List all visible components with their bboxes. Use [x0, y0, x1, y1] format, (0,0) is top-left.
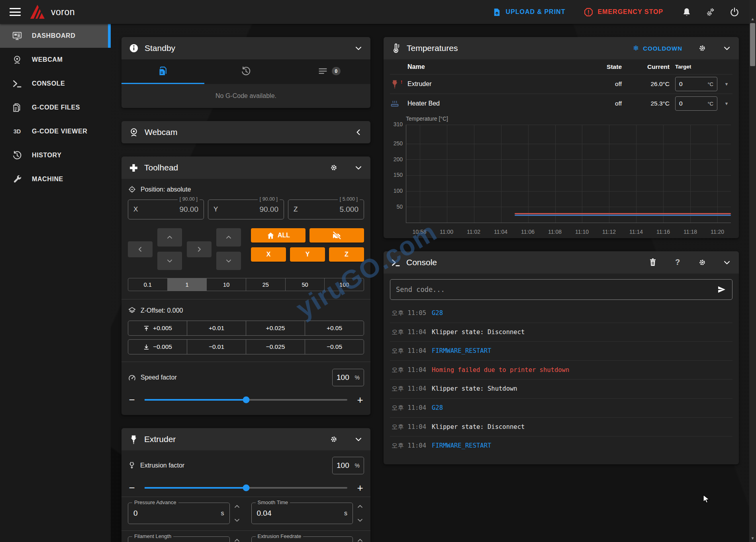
jog-y-plus-button[interactable] [157, 228, 182, 247]
z-offset-up-1-button[interactable]: +0.01 [187, 321, 246, 335]
collapse-chevron-down-icon[interactable] [354, 43, 363, 53]
heater-target-input[interactable]: 0°C [675, 96, 717, 111]
sidebar-item-dashboard[interactable]: DASHBOARD [0, 24, 111, 48]
field-input[interactable]: Pressure Advance0s [128, 503, 230, 524]
jog-x-minus-button[interactable] [128, 241, 153, 257]
stepper-down-icon[interactable] [356, 516, 364, 524]
stepper-down-icon[interactable] [233, 516, 241, 524]
axis-value: 90.00 [259, 205, 278, 214]
speed-factor-slider[interactable] [145, 399, 347, 401]
status-tab-print-queue[interactable]: 0 [288, 59, 370, 84]
move-step-100[interactable]: 100 [324, 278, 364, 291]
stepper-up-icon[interactable] [233, 536, 241, 542]
slider-thumb[interactable] [243, 485, 249, 491]
z-offset-up-2-button[interactable]: +0.025 [246, 321, 305, 335]
sidebar-item-g-code-files[interactable]: G-CODE FILES [0, 96, 111, 119]
x-tick-label: 10:58 [410, 229, 429, 235]
heater-target-input[interactable]: 0°C [675, 77, 717, 91]
field-input[interactable]: Extrusion Feedrate5mm/s [251, 536, 353, 542]
scrollbar-thumb[interactable] [750, 23, 755, 66]
upload-and-print-button[interactable]: UPLOAD & PRINT [492, 8, 565, 17]
console-help-icon[interactable]: ? [673, 258, 682, 267]
stepper-up-icon[interactable] [233, 503, 241, 511]
y-tick-label: 100 [386, 188, 403, 194]
console-entry: 오후 11:04Klipper state: Shutdown [390, 380, 732, 399]
x-tick-label: 11:14 [627, 229, 645, 235]
toolhead-settings-gear-icon[interactable] [329, 163, 339, 172]
axis-x-position-input[interactable]: [ 90.00 ]X90.00 [128, 200, 204, 219]
console-entry: 오후 11:04Klipper state: Disconnect [390, 418, 732, 437]
sidebar-item-label: HISTORY [32, 152, 61, 159]
move-step-50[interactable]: 50 [285, 278, 325, 291]
console-entry-message: Klipper state: Disconnect [432, 329, 525, 336]
home-z-button[interactable]: Z [329, 247, 364, 262]
settings-gears-icon[interactable] [705, 7, 716, 17]
notifications-bell-icon[interactable] [682, 7, 692, 17]
clear-console-trash-icon[interactable] [648, 258, 658, 267]
preset-dropdown-icon[interactable]: ▼ [721, 82, 732, 86]
field-input[interactable]: Filament Length25mm [128, 536, 230, 542]
jog-z-plus-button[interactable] [216, 228, 241, 247]
move-step-25[interactable]: 25 [246, 278, 285, 291]
plus-icon[interactable]: + [356, 484, 364, 492]
jog-y-minus-button[interactable] [157, 252, 182, 270]
z-offset-down-0-button[interactable]: −0.005 [128, 340, 187, 354]
z-offset-down-1-button[interactable]: −0.01 [187, 340, 246, 354]
home-all-button[interactable]: ALL [251, 228, 306, 243]
extrusion-factor-input[interactable]: 100 % [332, 457, 364, 474]
field-input[interactable]: Smooth Time0.04s [251, 503, 353, 524]
move-step-1[interactable]: 1 [167, 278, 207, 291]
nozzle-icon: ! [390, 79, 400, 89]
scrollbar[interactable]: ▲ ▼ [749, 0, 756, 542]
home-y-button[interactable]: Y [290, 247, 325, 262]
collapse-chevron-down-icon[interactable] [354, 163, 363, 172]
position-crosshair-icon [128, 185, 136, 194]
axis-y-position-input[interactable]: [ 90.00 ]Y90.00 [208, 200, 284, 219]
target-unit: °C [707, 81, 713, 87]
z-offset-up-3-button[interactable]: +0.05 [305, 321, 364, 335]
queue-count-badge: 0 [332, 67, 341, 75]
sidebar-item-history[interactable]: HISTORY [0, 143, 111, 167]
z-offset-down-3-button[interactable]: −0.05 [305, 340, 364, 354]
status-tab-reprint-history[interactable] [204, 59, 287, 84]
expand-chevron-left-icon[interactable] [354, 127, 363, 137]
home-x-button[interactable]: X [251, 247, 286, 262]
status-tab-gcode-file[interactable] [121, 59, 204, 84]
hamburger-menu-icon[interactable] [10, 8, 21, 16]
speed-factor-input[interactable]: 100 % [332, 369, 364, 386]
extruder-settings-gear-icon[interactable] [329, 434, 339, 444]
z-offset-down-2-button[interactable]: −0.025 [246, 340, 305, 354]
stepper-up-icon[interactable] [356, 536, 364, 542]
extrusion-factor-slider[interactable] [145, 487, 347, 489]
console-settings-gear-icon[interactable] [697, 258, 707, 267]
minus-icon[interactable]: − [128, 484, 136, 492]
z-offset-up-0-button[interactable]: +0.005 [128, 321, 187, 335]
scroll-down-icon[interactable]: ▼ [749, 536, 756, 540]
temperatures-settings-gear-icon[interactable] [697, 43, 707, 53]
sidebar-item-webcam[interactable]: WEBCAM [0, 48, 111, 72]
collapse-chevron-down-icon[interactable] [722, 258, 732, 267]
collapse-chevron-down-icon[interactable] [354, 434, 363, 444]
stepper-up-icon[interactable] [356, 503, 364, 511]
sidebar-item-console[interactable]: CONSOLE [0, 72, 111, 96]
scroll-up-icon[interactable]: ▲ [749, 17, 756, 21]
axis-z-position-input[interactable]: [ 5.000 ]Z5.000 [288, 200, 364, 219]
cooldown-button[interactable]: ❄ COOLDOWN [633, 45, 682, 52]
jog-z-minus-button[interactable] [216, 252, 241, 270]
sidebar-item-machine[interactable]: MACHINE [0, 167, 111, 191]
jog-x-plus-button[interactable] [187, 241, 212, 257]
plus-icon[interactable]: + [356, 396, 364, 404]
move-step-10[interactable]: 10 [206, 278, 246, 291]
console-entry-message: FIRMWARE_RESTART [432, 347, 491, 355]
minus-icon[interactable]: − [128, 396, 136, 404]
sidebar-item-g-code-viewer[interactable]: 3DG-CODE VIEWER [0, 119, 111, 143]
slider-thumb[interactable] [243, 397, 249, 403]
motors-off-button[interactable] [309, 228, 364, 243]
send-icon[interactable] [717, 285, 727, 294]
collapse-chevron-down-icon[interactable] [722, 43, 732, 53]
move-step-0.1[interactable]: 0.1 [128, 278, 167, 291]
power-icon[interactable] [729, 7, 740, 17]
emergency-stop-button[interactable]: EMERGENCY STOP [584, 7, 663, 17]
preset-dropdown-icon[interactable]: ▼ [721, 101, 732, 106]
console-input[interactable] [396, 286, 717, 294]
